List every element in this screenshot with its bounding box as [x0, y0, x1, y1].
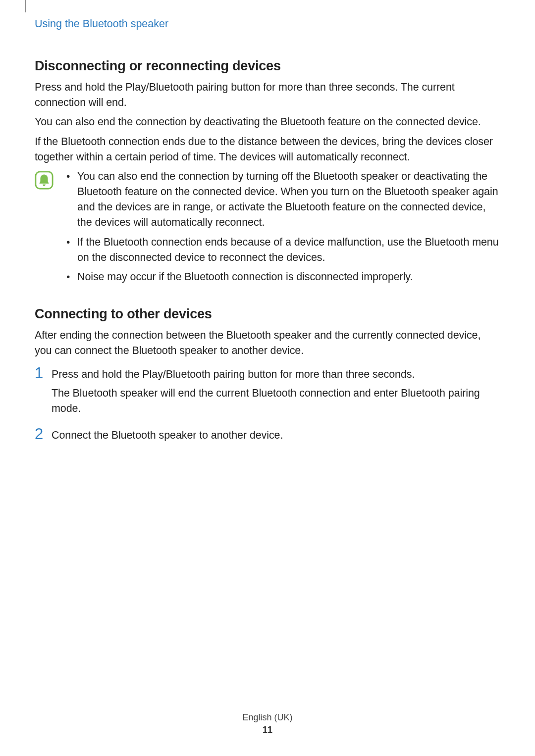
step-number: 1	[35, 365, 52, 381]
numbered-step: 2 Connect the Bluetooth speaker to anoth…	[35, 426, 500, 446]
note-item: You can also end the connection by turni…	[62, 169, 500, 231]
paragraph: If the Bluetooth connection ends due to …	[35, 134, 500, 165]
footer-page-number: 11	[0, 725, 535, 735]
step-body: Connect the Bluetooth speaker to another…	[52, 426, 500, 446]
step-body: Press and hold the Play/Bluetooth pairin…	[52, 365, 500, 419]
note-item: If the Bluetooth connection ends because…	[62, 235, 500, 265]
step-line: The Bluetooth speaker will end the curre…	[52, 386, 500, 416]
section-connecting: Connecting to other devices After ending…	[35, 306, 500, 446]
paragraph: After ending the connection between the …	[35, 328, 500, 358]
numbered-step: 1 Press and hold the Play/Bluetooth pair…	[35, 365, 500, 419]
step-line: Press and hold the Play/Bluetooth pairin…	[52, 365, 500, 382]
step-number: 2	[35, 426, 52, 442]
page-footer: English (UK) 11	[0, 712, 535, 735]
note-list: You can also end the connection by turni…	[62, 169, 500, 289]
running-head: Using the Bluetooth speaker	[35, 18, 168, 30]
header-tick-mark	[25, 0, 26, 12]
bell-icon	[35, 171, 54, 190]
manual-page: Using the Bluetooth speaker Disconnectin…	[0, 0, 535, 756]
paragraph: You can also end the connection by deact…	[35, 114, 500, 130]
section-title-connecting: Connecting to other devices	[35, 306, 500, 322]
paragraph: Press and hold the Play/Bluetooth pairin…	[35, 80, 500, 110]
section-title-disconnecting: Disconnecting or reconnecting devices	[35, 58, 500, 74]
step-line: Connect the Bluetooth speaker to another…	[52, 426, 500, 443]
note-block: You can also end the connection by turni…	[35, 169, 500, 289]
page-content: Disconnecting or reconnecting devices Pr…	[35, 50, 500, 446]
footer-language: English (UK)	[0, 712, 535, 723]
note-item: Noise may occur if the Bluetooth connect…	[62, 269, 500, 285]
